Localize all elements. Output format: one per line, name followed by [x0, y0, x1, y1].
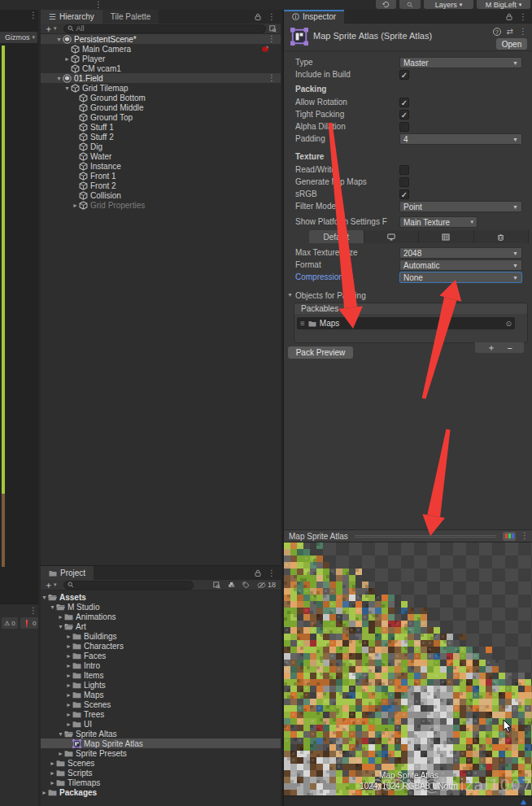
collab-icon[interactable]: [520, 799, 527, 806]
inspector-menu-icon[interactable]: ⋮: [519, 13, 527, 21]
expander-arrow-icon[interactable]: ►: [65, 673, 72, 678]
lock-icon[interactable]: [255, 569, 261, 577]
hierarchy-item[interactable]: Stuff 1: [41, 122, 281, 132]
history-button[interactable]: [376, 0, 396, 9]
project-item[interactable]: ►Scenes: [41, 699, 281, 709]
hierarchy-menu-icon[interactable]: ⋮: [268, 13, 276, 21]
scene-row-menu-icon[interactable]: ⋮: [268, 74, 276, 82]
expander-arrow-icon[interactable]: ►: [65, 692, 72, 698]
project-item[interactable]: ►Animations: [41, 612, 281, 621]
help-icon[interactable]: ?: [493, 28, 501, 36]
pack-preview-button[interactable]: Pack Preview: [288, 346, 353, 359]
mipmaps-checkbox[interactable]: [399, 177, 409, 187]
tab-inspector[interactable]: Inspector: [284, 10, 344, 24]
tab-tile-palette[interactable]: Tile Palette: [102, 10, 159, 24]
hierarchy-item[interactable]: Water: [41, 151, 281, 161]
sprite-atlas-preview[interactable]: Map Sprite Atlas 1024x1024 RGBA8 UNorm C…: [284, 542, 532, 795]
lock-icon[interactable]: [255, 13, 261, 20]
expander-arrow-icon[interactable]: ▼: [41, 595, 48, 600]
hierarchy-item[interactable]: Ground Bottom: [41, 93, 281, 102]
project-menu-icon[interactable]: ⋮: [268, 569, 276, 577]
expander-arrow-icon[interactable]: ▼: [57, 624, 64, 630]
max-size-dropdown[interactable]: 2048▼: [399, 247, 522, 259]
expander-arrow-icon[interactable]: ►: [65, 653, 72, 659]
add-packable-button[interactable]: ＋: [486, 342, 495, 354]
drag-handle-icon[interactable]: ≡: [300, 319, 305, 328]
allow-rotation-checkbox[interactable]: [399, 98, 409, 107]
hierarchy-search-input[interactable]: All: [63, 24, 266, 33]
project-search-input[interactable]: [63, 581, 194, 590]
preview-header[interactable]: Map Sprite Atlas ⋮: [284, 529, 532, 542]
console-warnings-toggle[interactable]: ⚠0: [2, 617, 18, 629]
expander-arrow-icon[interactable]: ►: [49, 780, 56, 786]
asset-menu-icon[interactable]: ⋮: [519, 28, 527, 36]
console-menu-icon[interactable]: ⋮: [29, 607, 37, 615]
hierarchy-item[interactable]: ▼Grid Tilemap: [41, 83, 281, 93]
expander-arrow-icon[interactable]: ▼: [49, 604, 56, 610]
tab-project[interactable]: Project: [41, 566, 94, 580]
tab-hierarchy[interactable]: ☰ Hierarchy: [41, 10, 102, 24]
project-item[interactable]: ▼Sprite Altas: [41, 729, 281, 738]
hierarchy-item[interactable]: Ground Top: [41, 112, 281, 122]
project-add-button[interactable]: ＋▾: [41, 579, 60, 591]
project-item[interactable]: ►Maps: [41, 690, 281, 699]
hierarchy-item[interactable]: Collision: [41, 190, 281, 200]
expander-arrow-icon[interactable]: ▼: [55, 37, 63, 42]
expander-arrow-icon[interactable]: ►: [65, 663, 72, 669]
show-platform-dropdown[interactable]: Main Texture▾: [399, 216, 477, 228]
gizmos-dropdown[interactable]: Gizmos▾: [0, 32, 37, 43]
project-item[interactable]: ►Scripts: [41, 768, 281, 778]
expander-arrow-icon[interactable]: ▼: [55, 76, 63, 81]
filter-mode-dropdown[interactable]: Point▼: [399, 201, 522, 212]
package-icon[interactable]: [228, 582, 235, 589]
label-tag-icon[interactable]: [242, 582, 250, 589]
project-item[interactable]: ▼Assets: [41, 592, 281, 602]
expander-arrow-icon[interactable]: ►: [65, 721, 72, 727]
platform-tab-trash[interactable]: [474, 230, 530, 243]
format-dropdown[interactable]: Automatic▼: [399, 259, 522, 271]
project-item[interactable]: ▼M Studio: [41, 602, 281, 612]
presets-icon[interactable]: ⇄: [507, 27, 513, 36]
tight-packing-checkbox[interactable]: [399, 110, 409, 120]
platform-tab-default[interactable]: Default: [309, 230, 364, 243]
hierarchy-item[interactable]: ▼PersistentScene*⋮: [41, 34, 281, 44]
project-item[interactable]: ►Characters: [41, 641, 281, 651]
expander-arrow-icon[interactable]: ►: [63, 56, 71, 62]
packable-object-field[interactable]: ≡ Maps ⊙: [297, 317, 515, 329]
open-button[interactable]: Open: [496, 38, 527, 50]
expander-arrow-icon[interactable]: ►: [72, 203, 79, 208]
read-write-checkbox[interactable]: [399, 165, 409, 175]
hierarchy-item[interactable]: ▼01.Field⋮: [41, 73, 281, 83]
hidden-items-toggle[interactable]: 18: [257, 581, 276, 589]
expander-arrow-icon[interactable]: ▼: [63, 85, 71, 91]
compression-dropdown[interactable]: None▼: [399, 272, 522, 283]
hierarchy-add-button[interactable]: ＋▾: [41, 23, 60, 35]
expander-arrow-icon[interactable]: ►: [49, 760, 56, 766]
project-item[interactable]: ►Buildings: [41, 631, 281, 641]
project-item[interactable]: ►Faces: [41, 651, 281, 660]
project-item[interactable]: ▼Art: [41, 621, 281, 631]
expander-arrow-icon[interactable]: ►: [57, 614, 64, 620]
remove-packable-button[interactable]: −: [507, 343, 512, 353]
expander-arrow-icon[interactable]: ►: [65, 682, 72, 688]
scene-row-menu-icon[interactable]: ⋮: [268, 35, 276, 43]
hierarchy-item[interactable]: Ground Middle: [41, 102, 281, 112]
project-item[interactable]: ►Sprite Presets: [41, 748, 281, 758]
hierarchy-item[interactable]: Main Camera: [41, 44, 281, 54]
srgb-checkbox[interactable]: [399, 190, 409, 199]
objects-for-packing-foldout[interactable]: ▼ Objects for Packing: [284, 290, 532, 302]
hierarchy-item[interactable]: Front 2: [41, 181, 281, 190]
hierarchy-item[interactable]: CM vcam1: [41, 63, 281, 73]
expander-arrow-icon[interactable]: ►: [57, 751, 64, 756]
project-item[interactable]: ►Packages: [41, 787, 281, 797]
platform-tab-grid[interactable]: [419, 230, 474, 243]
layers-dropdown[interactable]: Layers▾: [424, 0, 473, 9]
expander-arrow-icon[interactable]: ►: [49, 770, 56, 776]
hierarchy-item[interactable]: Dig: [41, 142, 281, 151]
project-item[interactable]: ►Items: [41, 670, 281, 680]
project-item[interactable]: Map Sprite Atlas: [41, 738, 281, 748]
hierarchy-item[interactable]: ►Player: [41, 54, 281, 63]
expander-arrow-icon[interactable]: ►: [65, 712, 72, 717]
layout-dropdown[interactable]: M BigLeft▾: [477, 0, 530, 9]
alpha-dilation-checkbox[interactable]: [399, 122, 409, 132]
